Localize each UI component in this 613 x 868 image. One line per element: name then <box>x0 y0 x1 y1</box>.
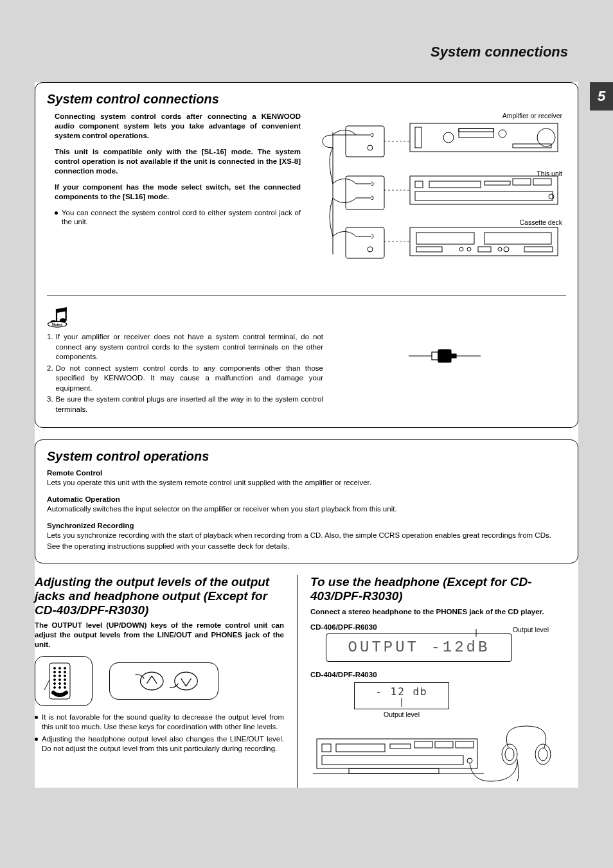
svg-point-78 <box>535 744 551 765</box>
svg-point-50 <box>64 671 66 673</box>
svg-point-7 <box>443 132 454 143</box>
paragraph: Connect a stereo headphone to the PHONES… <box>310 607 578 617</box>
lower-columns: Adjusting the output levels of the outpu… <box>35 575 578 788</box>
svg-text:Notes: Notes <box>52 323 63 326</box>
svg-rect-68 <box>322 744 331 752</box>
diagram-label-amplifier: Amplifier or receiver <box>320 112 562 120</box>
svg-rect-71 <box>414 741 432 748</box>
svg-point-75 <box>467 758 472 763</box>
model-label: CD-404/DPF-R4030 <box>310 671 578 678</box>
svg-point-47 <box>64 668 66 669</box>
svg-point-51 <box>54 675 56 677</box>
svg-point-46 <box>59 668 61 669</box>
svg-rect-24 <box>416 247 442 252</box>
svg-rect-1 <box>346 176 384 209</box>
page-content: System control connections Connecting sy… <box>35 82 578 788</box>
bullet-text: Adjusting the headphone output level als… <box>42 734 284 754</box>
subheading: Remote Control <box>47 469 566 477</box>
svg-rect-2 <box>346 227 384 258</box>
svg-point-58 <box>59 683 61 685</box>
bullet-item: You can connect the system control cord … <box>55 208 301 227</box>
svg-point-45 <box>54 668 56 669</box>
svg-point-52 <box>59 675 61 677</box>
wiring-diagram-icon <box>320 120 564 274</box>
diagram-label-cassette: Cassette deck <box>320 218 562 226</box>
label-output-level: Output level <box>513 626 549 633</box>
section-subheading: Adjusting the output levels of the outpu… <box>35 575 284 617</box>
svg-rect-16 <box>484 181 510 185</box>
svg-rect-15 <box>429 181 481 188</box>
svg-rect-13 <box>410 176 558 204</box>
svg-rect-72 <box>435 741 453 748</box>
svg-point-53 <box>64 675 66 677</box>
svg-point-49 <box>59 671 61 673</box>
subheading: Synchronized Recording <box>47 522 566 529</box>
bullet-icon <box>55 211 58 215</box>
svg-rect-69 <box>336 744 385 752</box>
svg-rect-21 <box>410 227 558 256</box>
svg-point-4 <box>368 247 373 252</box>
svg-rect-12 <box>513 144 551 148</box>
svg-point-28 <box>498 247 502 251</box>
svg-rect-0 <box>346 126 384 157</box>
notes-icon: Notes <box>47 305 75 328</box>
svg-rect-40 <box>451 354 456 358</box>
page-number: 5 <box>590 82 613 111</box>
svg-rect-30 <box>524 247 553 252</box>
leader-line-icon <box>475 629 477 637</box>
svg-point-59 <box>64 683 66 685</box>
box-title: System control operations <box>47 449 566 464</box>
svg-point-80 <box>538 748 547 761</box>
svg-rect-22 <box>416 233 474 244</box>
paragraph: Lets you synchronize recording with the … <box>47 531 566 540</box>
svg-point-79 <box>505 748 514 761</box>
bullet-icon <box>35 716 38 719</box>
svg-point-10 <box>499 130 506 137</box>
paragraph: If your component has the mode select sw… <box>55 182 301 202</box>
svg-rect-17 <box>513 179 531 185</box>
box-title: System control connections <box>47 92 566 107</box>
connection-diagram: Amplifier or receiver <box>320 112 566 289</box>
svg-rect-76 <box>349 768 439 774</box>
svg-point-48 <box>54 671 56 673</box>
svg-point-61 <box>59 687 61 689</box>
lcd-text: OUTPUT -12dB <box>348 639 490 656</box>
svg-rect-6 <box>415 127 422 148</box>
mini-plug-icon <box>406 343 483 369</box>
bullet-item: It is not favorable for the sound qualit… <box>35 713 284 732</box>
section-heading: System connections <box>431 44 568 60</box>
illustration-row <box>35 656 284 706</box>
svg-point-77 <box>502 744 517 765</box>
leader-line-icon <box>376 698 427 707</box>
svg-point-26 <box>467 247 471 251</box>
paragraph: Lets you operate this unit with the syst… <box>47 478 566 488</box>
lcd-display: OUTPUT -12dB <box>326 633 512 662</box>
svg-rect-23 <box>484 233 551 244</box>
svg-point-56 <box>64 679 66 681</box>
svg-rect-9 <box>459 128 493 132</box>
bullet-text: You can connect the system control cord … <box>62 208 301 227</box>
bullet-item: Adjusting the headphone output level als… <box>35 734 284 754</box>
svg-point-62 <box>64 687 66 689</box>
manual-page: System connections 5 System control conn… <box>0 0 613 868</box>
svg-point-57 <box>54 683 56 685</box>
svg-rect-70 <box>390 744 411 748</box>
bullet-text: It is not favorable for the sound qualit… <box>42 713 284 732</box>
svg-point-20 <box>549 194 554 199</box>
headphone-connection-icon <box>310 717 561 788</box>
svg-rect-39 <box>438 350 451 362</box>
box-system-control-connections: System control connections Connecting sy… <box>35 82 578 428</box>
svg-rect-19 <box>415 191 553 200</box>
paragraph: This unit is compatible only with the [S… <box>55 147 301 176</box>
svg-rect-8 <box>459 128 493 137</box>
paragraph: Automatically switches the input selecto… <box>47 504 566 514</box>
svg-rect-18 <box>533 179 551 185</box>
svg-rect-14 <box>415 181 423 188</box>
note-item: 1.If your amplifier or receiver does not… <box>47 332 323 362</box>
remote-control-icon <box>35 656 93 706</box>
output-level-keys-icon <box>109 662 218 700</box>
lcd-text: - 12 db <box>375 686 427 698</box>
svg-point-60 <box>54 687 56 689</box>
svg-point-63 <box>140 672 163 690</box>
svg-point-54 <box>54 679 56 681</box>
